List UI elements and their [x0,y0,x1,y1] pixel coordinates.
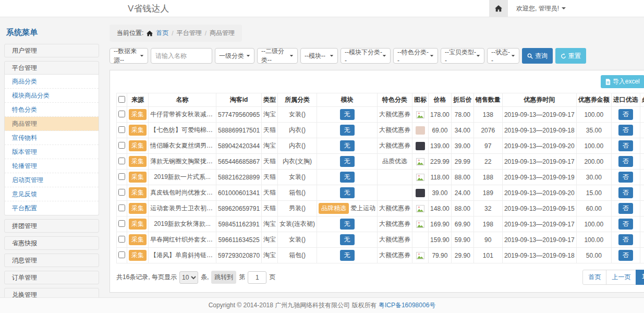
product-name: 牛仔背带裤女秋装减龄... [149,107,216,123]
import-choice-toggle[interactable]: 否 [618,109,633,120]
jump-to-button[interactable]: 跳转到 [211,271,236,284]
sidebar-section-header[interactable]: 用户管理 [4,44,99,57]
row-checkbox[interactable] [118,126,125,133]
row-checkbox[interactable] [118,236,125,243]
coupon-time: 2019-09-13—2019-09-18 [502,248,576,263]
sidebar-section-header[interactable]: 拼团管理 [4,219,99,233]
must-buy-cell: 否 [640,248,644,263]
sidebar-item[interactable]: 启动页管理 [5,173,99,187]
row-checkbox[interactable] [118,158,125,164]
page-button[interactable]: 首页 [582,270,606,285]
row-checkbox[interactable] [118,204,125,211]
column-header: 图标 [412,93,429,107]
import-choice-toggle[interactable]: 否 [618,203,633,214]
import-choice-toggle[interactable]: 否 [618,140,633,151]
page-button[interactable]: 上一页 [606,270,636,285]
product-category: 女装() [278,170,317,185]
filter-select-item-type[interactable]: --宝贝类型-- [441,48,484,64]
filter-select-label: 一级分类 [219,52,244,61]
module-badge: 无 [340,156,355,167]
source-badge: 采集 [129,250,147,261]
sidebar-item[interactable]: 特色分类 [5,103,99,117]
chevron-down-icon [562,7,566,9]
module-cell: 无 [317,123,378,138]
row-checkbox[interactable] [118,251,125,258]
chevron-down-icon [383,55,386,56]
row-checkbox[interactable] [118,189,125,196]
column-header: 价格 [429,93,452,107]
taoke-id: 577479560965 [216,107,262,123]
sidebar-item[interactable]: 意见反馈 [5,187,99,201]
user-menu[interactable]: 欢迎您, 管理员! [516,4,566,13]
filter-select-feature-category[interactable]: --特色分类-- [393,48,438,64]
filter-select-module[interactable]: --模块-- [300,48,338,64]
import-excel-button[interactable]: 导入excel [601,75,644,88]
sidebar-item[interactable]: 商品管理 [5,117,99,131]
column-header: 优惠券金额 [576,93,611,107]
row-select-cell [117,232,127,248]
sidebar-item[interactable]: 宣传物料 [5,131,99,145]
page-pre-text: 第 [239,273,245,282]
import-choice-toggle[interactable]: 否 [618,219,633,230]
source-cell: 采集 [127,170,149,185]
sidebar-item[interactable]: 商品分类 [5,75,99,89]
price: 39.00 [429,185,452,201]
coupon-amount: 30.00 [576,170,611,185]
row-checkbox[interactable] [118,220,125,227]
must-buy-cell: 否 [640,216,644,232]
page-number-input[interactable] [248,271,266,284]
import-choice-toggle[interactable]: 否 [618,125,633,136]
sidebar-section-header[interactable]: 平台管理 [4,61,99,75]
sidebar-section-header[interactable]: 省惠快报 [4,236,99,250]
page-post-text: 页 [269,273,275,282]
row-checkbox[interactable] [118,173,125,180]
breadcrumb-home-link[interactable]: 首页 [156,29,168,38]
filter-select-status[interactable]: --状态-- [487,48,519,64]
discount-price: 34.00 [451,123,473,138]
broken-image-icon [416,221,424,228]
icp-link[interactable]: 粤ICP备16098006号 [379,301,435,310]
row-checkbox[interactable] [118,142,125,149]
search-button[interactable]: 查询 [522,48,553,64]
icon-cell [412,185,429,201]
per-page-select[interactable]: 10 [179,271,198,284]
column-header: 所属分类 [278,93,317,107]
module-badge: 无 [340,234,355,245]
filter-select-category-level2[interactable]: --二级分类-- [257,48,298,64]
sidebar-item[interactable]: 平台配置 [5,201,99,215]
sidebar-section: 订单管理 [4,271,99,284]
sidebar-section: 省惠快报 [4,236,99,250]
import-choice-cell: 否 [611,216,640,232]
name-search-input[interactable] [151,48,212,64]
home-button[interactable] [489,0,508,17]
page-button[interactable]: 1 [636,270,644,285]
filter-select-data-source[interactable]: --数据来源-- [110,48,148,64]
refresh-icon [561,53,566,59]
product-category: 箱包() [278,185,317,201]
sidebar-section-header[interactable]: 消息管理 [4,254,99,267]
breadcrumb: 当前位置: 首页 / 平台管理 / 商品管理 [110,25,242,42]
sidebar-item[interactable]: 模块商品分类 [5,89,99,103]
sidebar-section-header[interactable]: 订单管理 [4,271,99,284]
import-choice-toggle[interactable]: 否 [618,187,633,198]
import-choice-toggle[interactable]: 否 [618,172,633,183]
row-checkbox[interactable] [118,111,125,117]
product-name: 【港风】单肩斜挎链条... [149,248,216,263]
source-badge: 采集 [129,109,147,120]
source-cell: 采集 [127,232,149,248]
import-choice-toggle[interactable]: 否 [618,234,633,245]
sidebar-item[interactable]: 轮播管理 [5,159,99,173]
icon-cell [412,123,429,138]
import-choice-toggle[interactable]: 否 [618,156,633,167]
module-cell: 无 [317,248,378,263]
product-name: 【七色纺】可爱纯棉家... [149,123,216,138]
filter-select-category-level1[interactable]: 一级分类 [215,48,254,64]
import-choice-toggle[interactable]: 否 [618,250,633,261]
main-content: 当前位置: 首页 / 平台管理 / 商品管理 --数据来源--一级分类--二级分… [110,25,644,293]
reset-button[interactable]: 重置 [555,48,586,64]
column-header: 特色分类 [378,93,412,107]
select-all-checkbox[interactable] [118,96,125,103]
pagination-summary: 共16条记录, 每页显示 10 条, 跳转到 第 页 [116,271,275,284]
sidebar-item[interactable]: 版本管理 [5,145,99,159]
filter-select-module-sub[interactable]: --模块下分类-- [341,48,391,64]
